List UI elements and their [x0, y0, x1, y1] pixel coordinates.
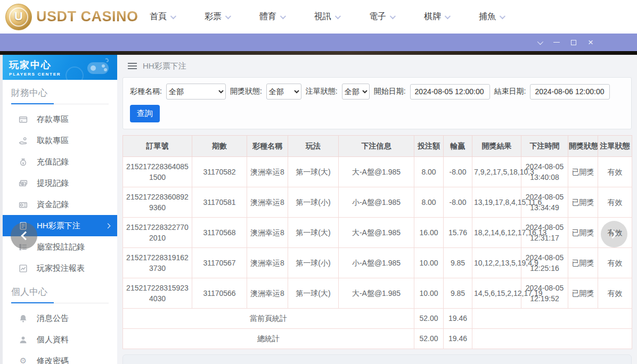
sidebar-collapse-button[interactable] — [11, 222, 37, 249]
sidebar-item-player-bet-report[interactable]: 玩家投注報表 — [3, 258, 117, 279]
sidebar-item-change-password[interactable]: ⚙ 修改密碼 — [3, 350, 117, 364]
cell-draw-status: 已開獎 — [568, 187, 598, 218]
logo-monogram: U — [14, 10, 23, 23]
sidebar-item-withdrawal-record[interactable]: 提現記錄 — [3, 172, 117, 194]
cell-draw-status: 已開獎 — [568, 248, 598, 278]
start-date-input[interactable] — [410, 84, 490, 100]
filter-row: 彩種名稱: 全部 開獎狀態: 全部 注單狀態: 全部 開始日期: 結束日期: — [130, 84, 624, 100]
sidebar-item-deposit[interactable]: 存款專區 — [3, 109, 117, 130]
money-bag-icon — [19, 158, 28, 167]
cell-period: 31170566 — [192, 278, 247, 309]
sidebar-item-recharge-record[interactable]: 充值記錄 — [3, 151, 117, 172]
sidebar-item-profile[interactable]: 個人資料 — [3, 329, 117, 350]
summary-winloss-total: 19.46 — [444, 309, 472, 329]
nav-item-slots[interactable]: 電子 — [369, 11, 394, 22]
window-collapse-icon[interactable] — [536, 39, 543, 46]
section-title-finance: 財務中心 — [11, 87, 109, 104]
cell-bet-info: 大-A盤@1.985 — [339, 278, 414, 309]
section-title-personal: 個人中心 — [11, 286, 109, 303]
summary-empty-cell — [472, 309, 632, 329]
search-button[interactable]: 查詢 — [130, 105, 160, 122]
cell-bet-amount: 16.00 — [414, 218, 444, 248]
funds-record-icon — [19, 200, 28, 209]
nav-item-cards[interactable]: 棋牌 — [424, 11, 449, 22]
nav-label: 棋牌 — [424, 11, 441, 22]
screen: U USDT CASINO 首頁 彩票 體育 視訊 電子 棋牌 — [0, 0, 637, 364]
cell-period: 31170581 — [192, 187, 247, 218]
column-header-order-status: 注單狀態 — [598, 136, 632, 157]
sidebar-item-announcements[interactable]: 消息公告 — [3, 308, 117, 329]
cell-draw-status: 已開獎 — [568, 218, 598, 248]
window-maximize-icon[interactable] — [570, 39, 577, 46]
order-status-select[interactable]: 全部 — [342, 84, 370, 100]
cell-draw-result: 10,12,2,13,5,19,4,9 — [472, 248, 521, 278]
cell-bet-amount: 8.00 — [414, 187, 444, 218]
cell-bet-amount: 8.00 — [414, 157, 444, 187]
nav-item-sports[interactable]: 體育 — [259, 11, 284, 22]
sidebar-item-label: 資金記錄 — [37, 200, 69, 210]
site-header: U USDT CASINO 首頁 彩票 體育 視訊 電子 棋牌 — [0, 0, 637, 34]
nav-item-home[interactable]: 首頁 — [150, 11, 175, 22]
window-title-bar[interactable]: × — [0, 34, 637, 51]
cell-order-status: 有效 — [598, 278, 632, 309]
lottery-name-label: 彩種名稱: — [130, 87, 162, 96]
nav-item-fishing[interactable]: 捕魚 — [479, 11, 504, 22]
cell-bet-info: 大-A盤@1.985 — [339, 157, 414, 187]
chevron-down-icon — [445, 13, 451, 19]
end-date-input[interactable] — [530, 84, 610, 100]
bell-icon — [19, 314, 28, 323]
chevron-down-icon — [225, 13, 231, 19]
window-close-icon[interactable]: × — [587, 39, 594, 46]
window-minimize-icon[interactable] — [553, 39, 560, 46]
sidebar-item-label: 消息公告 — [37, 313, 69, 324]
sidebar-item-funds-record[interactable]: 資金記錄 — [3, 194, 117, 215]
cell-order-status: 有效 — [598, 157, 632, 187]
column-header-win-loss: 輸贏 — [444, 136, 472, 157]
summary-label: 總統計 — [123, 329, 414, 349]
column-header-bet-time: 下注時間 — [521, 136, 568, 157]
hamburger-icon[interactable] — [128, 63, 137, 69]
nav-label: 電子 — [369, 11, 386, 22]
nav-item-lottery[interactable]: 彩票 — [205, 11, 230, 22]
cell-win-loss: 9.85 — [444, 248, 472, 278]
banknotes-icon — [19, 179, 28, 188]
column-header-period: 期數 — [192, 136, 247, 157]
lottery-name-select[interactable]: 全部 — [166, 84, 226, 100]
brand-name: USDT CASINO — [36, 9, 138, 25]
sidebar-header: 玩家中心 PLAYERS CENTER — [3, 55, 117, 80]
nav-item-video[interactable]: 視訊 — [314, 11, 339, 22]
summary-bet-total: 52.00 — [414, 329, 444, 349]
cell-order-id: 2152172283227702010 — [123, 218, 192, 248]
table-row: 215217228360892936031170581澳洲幸运8第一球(小)小-… — [123, 187, 632, 218]
column-header-order-id: 訂單號 — [123, 136, 192, 157]
cell-draw-result: 14,5,6,15,2,12,17,19 — [472, 278, 521, 309]
summary-winloss-total: 19.46 — [444, 329, 472, 349]
report-chart-icon — [19, 264, 28, 273]
cell-draw-result: 7,9,2,17,5,18,10,3 — [472, 157, 521, 187]
chevron-left-icon — [21, 231, 30, 241]
sidebar-item-withdraw[interactable]: 取款專區 — [3, 130, 117, 151]
gear-icon: ⚙ — [19, 357, 28, 364]
cell-lottery-name: 澳洲幸运8 — [247, 248, 288, 278]
sidebar-item-label: 廳室投註記錄 — [37, 242, 85, 252]
sidebar-item-label: 取款專區 — [37, 136, 69, 146]
cell-lottery-name: 澳洲幸运8 — [247, 218, 288, 248]
scroll-next-button[interactable] — [601, 221, 627, 247]
table-body: 215217228364085150031170582澳洲幸运8第一球(大)大-… — [123, 157, 632, 349]
brand-logo[interactable]: U USDT CASINO — [5, 4, 120, 30]
cell-lottery-name: 澳洲幸运8 — [247, 278, 288, 309]
chevron-down-icon — [500, 13, 505, 19]
pagination-panel — [123, 354, 632, 364]
filter-panel: 彩種名稱: 全部 開獎狀態: 全部 注單狀態: 全部 開始日期: 結束日期: — [123, 77, 632, 129]
cell-win-loss: 9.85 — [444, 278, 472, 309]
casino-logo-icon: U — [5, 4, 32, 30]
start-date-label: 開始日期: — [374, 87, 406, 96]
chevron-down-icon — [280, 13, 286, 19]
person-icon — [19, 335, 28, 344]
summary-empty-cell — [472, 329, 632, 349]
column-header-bet-amount: 投注額 — [414, 136, 444, 157]
draw-status-select[interactable]: 全部 — [266, 84, 301, 100]
column-header-draw-result: 開獎結果 — [472, 136, 521, 157]
app-body: 玩家中心 PLAYERS CENTER 財務中心 存款專區 — [0, 55, 637, 364]
page-title: HH彩票下注 — [143, 61, 186, 71]
